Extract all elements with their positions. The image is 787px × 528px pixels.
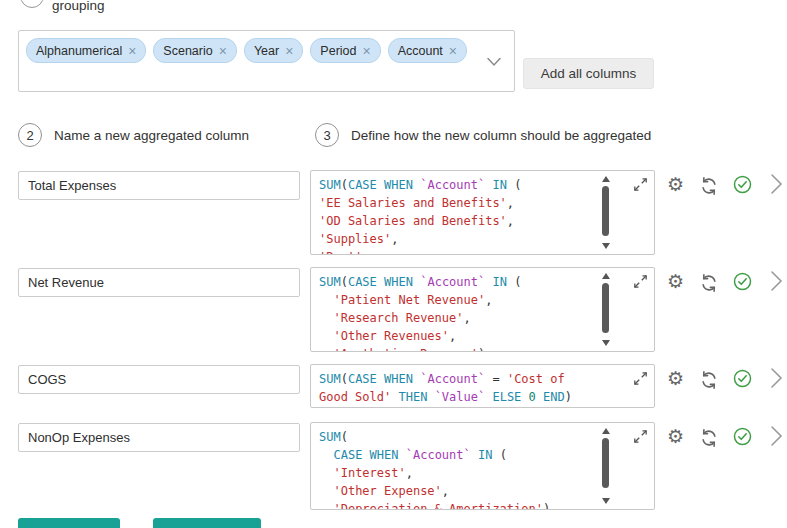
scroll-thumb[interactable] (602, 438, 609, 488)
check-circle-icon (733, 369, 752, 392)
formula-editor[interactable]: SUM(CASE WHEN `Account` IN ( 'Patient Ne… (310, 267, 655, 352)
code-line: 'Supplies', (319, 230, 602, 248)
scroll-down-icon[interactable] (602, 340, 610, 346)
step1-circle (20, 0, 44, 8)
scrollbar[interactable] (600, 270, 612, 349)
chip-remove-icon[interactable]: × (219, 44, 227, 58)
code-line: 'Other Revenues', (319, 327, 602, 345)
grouping-columns-select[interactable]: Alphanumerical× Scenario× Year× Period× … (18, 30, 515, 92)
column-name-input[interactable] (18, 171, 300, 200)
expand-icon[interactable] (633, 274, 648, 293)
formula-editor[interactable]: SUM(CASE WHEN `Account` = 'Cost ofGood S… (310, 364, 655, 408)
code-line: SUM( (319, 428, 602, 446)
code-line: SUM(CASE WHEN `Account` IN ( (319, 176, 602, 194)
column-name-input[interactable] (18, 268, 300, 297)
code-line: 'Research Revenue', (319, 309, 602, 327)
scroll-thumb[interactable] (602, 186, 609, 236)
chip-label: Period (320, 44, 356, 58)
scroll-up-icon[interactable] (602, 428, 610, 434)
code-line: 'Aesthetics Revenue') (319, 345, 602, 351)
gear-icon[interactable]: ⚙ (667, 173, 684, 195)
gear-icon[interactable]: ⚙ (667, 367, 684, 389)
step3-circle: 3 (315, 123, 339, 147)
step3-header: 3 Define how the new column should be ag… (315, 123, 651, 147)
refresh-icon[interactable] (699, 176, 719, 200)
formula-code[interactable]: SUM( CASE WHEN `Account` IN ( 'Interest'… (311, 423, 602, 509)
step3-label: Define how the new column should be aggr… (351, 128, 651, 143)
formula-editor[interactable]: SUM(CASE WHEN `Account` IN ('EE Salaries… (310, 170, 655, 255)
chevron-right-icon[interactable] (770, 367, 783, 393)
code-line: 'Interest', (319, 464, 602, 482)
step2-header: 2 Name a new aggregated column (18, 123, 249, 147)
add-all-columns-button[interactable]: Add all columns (523, 58, 654, 89)
chevron-right-icon[interactable] (770, 173, 783, 199)
check-circle-icon (733, 272, 752, 295)
scroll-down-icon[interactable] (602, 243, 610, 249)
chip-label: Scenario (163, 44, 212, 58)
scrollbar[interactable] (600, 173, 612, 252)
scroll-up-icon[interactable] (602, 273, 610, 279)
column-name-input[interactable] (18, 423, 300, 452)
chip-remove-icon[interactable]: × (285, 44, 293, 58)
scrollbar[interactable] (600, 425, 612, 507)
chip-label: Alphanumerical (36, 44, 122, 58)
refresh-icon[interactable] (699, 273, 719, 297)
column-chip[interactable]: Period× (310, 38, 380, 63)
aggregation-builder-screen: grouping Alphanumerical× Scenario× Year×… (0, 0, 787, 528)
refresh-icon[interactable] (699, 428, 719, 452)
footer-button-left[interactable] (18, 518, 120, 528)
chip-remove-icon[interactable]: × (128, 44, 136, 58)
expand-icon[interactable] (633, 177, 648, 196)
check-circle-icon (733, 175, 752, 198)
check-circle-icon (733, 427, 752, 450)
formula-code[interactable]: SUM(CASE WHEN `Account` IN ( 'Patient Ne… (311, 268, 602, 351)
gear-icon[interactable]: ⚙ (667, 270, 684, 292)
expand-icon[interactable] (633, 429, 648, 448)
chevron-right-icon[interactable] (770, 270, 783, 296)
code-line: 'Other Expense', (319, 482, 602, 500)
chevron-down-icon[interactable] (486, 53, 502, 71)
column-name-input[interactable] (18, 365, 300, 394)
chip-label: Year (254, 44, 279, 58)
step2-circle: 2 (18, 123, 42, 147)
code-line: SUM(CASE WHEN `Account` = 'Cost of (319, 370, 602, 388)
code-line: 'Rent' (319, 248, 602, 254)
code-line: CASE WHEN `Account` IN ( (319, 446, 602, 464)
chip-remove-icon[interactable]: × (362, 44, 370, 58)
code-line: Good Sold' THEN `Value` ELSE 0 END) (319, 388, 602, 406)
column-chip[interactable]: Year× (244, 38, 303, 63)
formula-editor[interactable]: SUM( CASE WHEN `Account` IN ( 'Interest'… (310, 422, 655, 510)
expand-icon[interactable] (633, 371, 648, 390)
code-line: 'Patient Net Revenue', (319, 291, 602, 309)
scroll-down-icon[interactable] (602, 498, 610, 504)
column-chip[interactable]: Alphanumerical× (26, 38, 146, 63)
scroll-up-icon[interactable] (602, 176, 610, 182)
gear-icon[interactable]: ⚙ (667, 425, 684, 447)
column-chip[interactable]: Scenario× (153, 38, 237, 63)
code-line: SUM(CASE WHEN `Account` IN ( (319, 273, 602, 291)
scroll-thumb[interactable] (602, 283, 609, 333)
formula-code[interactable]: SUM(CASE WHEN `Account` IN ('EE Salaries… (311, 171, 602, 254)
refresh-icon[interactable] (699, 370, 719, 394)
step2-label: Name a new aggregated column (54, 128, 249, 143)
chip-remove-icon[interactable]: × (449, 44, 457, 58)
chip-label: Account (398, 44, 443, 58)
chevron-right-icon[interactable] (770, 425, 783, 451)
chip-list: Alphanumerical× Scenario× Year× Period× … (19, 31, 514, 70)
column-chip[interactable]: Account× (388, 38, 467, 63)
code-line: 'OD Salaries and Benefits', (319, 212, 602, 230)
grouping-label: grouping (52, 0, 105, 13)
formula-code[interactable]: SUM(CASE WHEN `Account` = 'Cost ofGood S… (311, 365, 602, 407)
code-line: 'Depreciation & Amortization') (319, 500, 602, 509)
footer-button-right[interactable] (153, 518, 261, 528)
code-line: 'EE Salaries and Benefits', (319, 194, 602, 212)
